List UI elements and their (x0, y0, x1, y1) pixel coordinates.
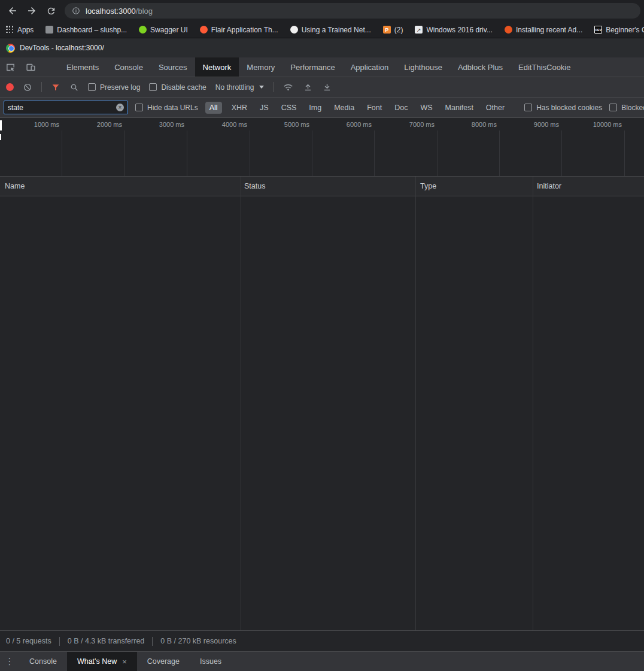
tab-editthiscookie[interactable]: EditThisCookie (511, 57, 578, 77)
resource-type-filters: All XHR JS CSS Img Media Font Doc WS Man… (205, 102, 508, 114)
blocked-requests-group: Blocked (609, 104, 644, 112)
has-blocked-cookies-checkbox[interactable] (524, 104, 532, 111)
hide-data-urls-group: Hide data URLs (135, 104, 198, 112)
tab-network[interactable]: Network (195, 57, 239, 77)
swagger-favicon (139, 26, 147, 34)
has-blocked-cookies-label[interactable]: Has blocked cookies (536, 104, 602, 112)
timeline-gridline (62, 130, 62, 176)
generic-favicon (45, 26, 53, 34)
bookmark-item[interactable]: (2) (383, 26, 403, 34)
filter-type-media[interactable]: Media (331, 102, 357, 114)
bookmark-item[interactable]: Using a Trained Net... (290, 26, 371, 34)
network-conditions-icon[interactable] (282, 81, 294, 93)
drawer-tab-issues[interactable]: Issues (190, 652, 232, 671)
column-header-initiator[interactable]: Initiator (537, 177, 561, 196)
requests-count: 0 / 5 requests (6, 637, 51, 645)
throttling-select[interactable]: No throttling (215, 83, 265, 92)
bookmark-label: Flair Application Th... (211, 26, 278, 34)
record-network-log-icon[interactable] (6, 83, 14, 91)
filter-type-other[interactable]: Other (483, 102, 508, 114)
network-overview-timeline: 1000 ms 2000 ms 3000 ms 4000 ms 5000 ms … (0, 118, 644, 177)
tab-performance[interactable]: Performance (282, 57, 342, 77)
hide-data-urls-checkbox[interactable] (135, 104, 143, 111)
has-blocked-cookies-group: Has blocked cookies (524, 104, 602, 112)
timeline-gridline (374, 130, 375, 176)
chevron-down-icon (259, 86, 264, 89)
timeline-gridline (624, 130, 625, 176)
tab-console[interactable]: Console (107, 57, 151, 77)
filter-type-img[interactable]: Img (306, 102, 324, 114)
bookmark-item[interactable]: Flair Application Th... (200, 26, 278, 34)
export-har-icon[interactable] (322, 82, 332, 92)
bookmark-item[interactable]: Installing recent Ad... (505, 26, 582, 34)
apps-label: Apps (17, 26, 34, 34)
hide-data-urls-label[interactable]: Hide data URLs (147, 104, 198, 112)
reload-icon[interactable] (42, 2, 60, 20)
ubuntu-favicon (505, 26, 512, 34)
drawer-tab-coverage[interactable]: Coverage (137, 652, 190, 671)
address-bar[interactable]: localhost:3000/blog (65, 3, 640, 19)
column-header-name[interactable]: Name (5, 177, 25, 196)
tab-adblock-plus[interactable]: Adblock Plus (450, 57, 511, 77)
bookmark-item[interactable]: Beginner's G (594, 26, 644, 34)
preserve-log-label[interactable]: Preserve log (100, 83, 140, 92)
tab-lighthouse[interactable]: Lighthouse (396, 57, 450, 77)
clear-filter-icon[interactable] (116, 104, 124, 111)
filter-type-css[interactable]: CSS (278, 102, 300, 114)
tab-sources[interactable]: Sources (151, 57, 195, 77)
drawer-tab-console[interactable]: Console (19, 652, 67, 671)
device-toolbar-icon[interactable] (20, 57, 41, 77)
timeline-left-handle[interactable] (0, 120, 2, 130)
bookmark-item[interactable]: Windows 2016 driv... (415, 26, 493, 34)
timeline-left-handle-small[interactable] (0, 134, 1, 140)
preserve-log-checkbox[interactable] (88, 83, 96, 91)
drawer-tab-whats-new[interactable]: What's New (67, 652, 137, 671)
timeline-tick-label: 8000 ms (472, 121, 497, 128)
dev-favicon (594, 26, 602, 34)
column-divider[interactable] (533, 177, 533, 630)
bookmark-label: Dashboard – slushp... (57, 26, 127, 34)
drawer-menu-icon[interactable] (0, 652, 19, 671)
tab-application[interactable]: Application (343, 57, 397, 77)
tab-memory[interactable]: Memory (239, 57, 282, 77)
page-info-icon[interactable] (72, 7, 80, 15)
devtools-tabs: Elements Console Sources Network Memory … (59, 57, 579, 77)
disable-cache-group: Disable cache (149, 83, 206, 92)
filter-type-js[interactable]: JS (257, 102, 272, 114)
filter-type-ws[interactable]: WS (417, 102, 435, 114)
toolbar-divider (273, 82, 274, 92)
column-divider[interactable] (415, 177, 416, 630)
filter-type-xhr[interactable]: XHR (229, 102, 250, 114)
url-text: localhost:3000/blog (86, 7, 153, 16)
search-icon[interactable] (69, 83, 79, 92)
filter-funnel-icon[interactable] (51, 83, 60, 92)
devtools-titlebar: DevTools - localhost:3000/ (0, 38, 644, 57)
close-icon[interactable] (122, 658, 127, 666)
filter-input[interactable] (8, 104, 114, 112)
browser-toolbar: localhost:3000/blog (0, 0, 644, 22)
import-har-icon[interactable] (303, 82, 313, 92)
filter-type-all[interactable]: All (205, 102, 222, 114)
filter-type-font[interactable]: Font (364, 102, 385, 114)
tab-elements[interactable]: Elements (59, 57, 107, 77)
filter-type-manifest[interactable]: Manifest (442, 102, 476, 114)
blocked-requests-label[interactable]: Blocked (621, 104, 644, 112)
column-header-type[interactable]: Type (420, 177, 436, 196)
clear-network-log-icon[interactable] (23, 83, 32, 92)
disable-cache-label[interactable]: Disable cache (161, 83, 206, 92)
inspect-element-icon[interactable] (0, 57, 20, 77)
column-header-status[interactable]: Status (244, 177, 265, 196)
bookmark-label: Swagger UI (150, 26, 188, 34)
bookmark-item[interactable]: Dashboard – slushp... (45, 26, 127, 34)
url-path: /blog (136, 7, 153, 16)
apps-shortcut[interactable]: Apps (6, 26, 34, 34)
back-icon[interactable] (4, 2, 22, 20)
bookmark-item[interactable]: Swagger UI (139, 26, 188, 34)
blocked-requests-checkbox[interactable] (609, 104, 617, 111)
filter-type-doc[interactable]: Doc (391, 102, 411, 114)
bookmark-label: Windows 2016 driv... (426, 26, 493, 34)
disable-cache-checkbox[interactable] (149, 83, 157, 91)
column-divider[interactable] (241, 177, 241, 630)
forward-icon[interactable] (23, 2, 41, 20)
bookmark-label: Installing recent Ad... (516, 26, 582, 34)
